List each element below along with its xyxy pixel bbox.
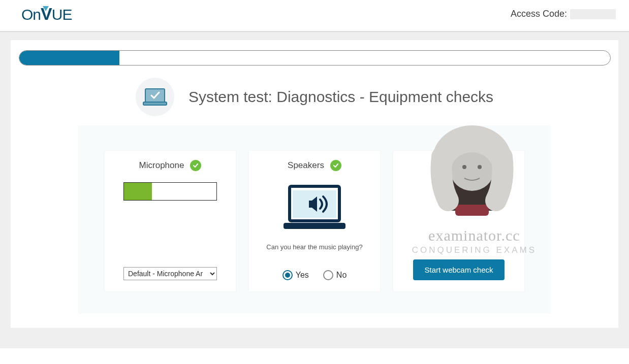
access-code-value-redacted [570, 9, 616, 19]
logo-text-ue: UE [52, 6, 72, 23]
microphone-check-icon [190, 160, 201, 171]
speakers-panel: Speakers Can you hear the musi [249, 151, 380, 291]
microphone-level-meter [123, 182, 217, 201]
webcam-panel: Webcam Start webcam check [393, 151, 524, 291]
microphone-level-fill [124, 183, 152, 200]
content-card: System test: Diagnostics - Equipment che… [11, 40, 618, 328]
logo-text-on: On [21, 6, 41, 23]
radio-unselected-icon [323, 270, 333, 280]
webcam-title: Webcam [442, 160, 476, 170]
speakers-radio-no[interactable]: No [323, 270, 347, 280]
access-code-row: Access Code: [511, 9, 616, 19]
svg-rect-1 [143, 102, 167, 105]
radio-selected-icon [282, 270, 293, 280]
speakers-question: Can you hear the music playing? [266, 243, 362, 251]
speakers-radio-group: Yes No [282, 270, 347, 280]
speakers-title: Speakers [288, 160, 324, 171]
microphone-device-select[interactable]: Default - Microphone Ar [123, 267, 217, 280]
start-webcam-check-button[interactable]: Start webcam check [413, 259, 504, 280]
progress-bar [19, 50, 611, 65]
microphone-panel: Microphone Default - Microphone Ar [105, 151, 236, 291]
onvue-logo: OnVUE [21, 4, 72, 24]
logo-triangle-icon [43, 6, 49, 11]
app-header: OnVUE Access Code: [0, 0, 629, 31]
speakers-check-icon [330, 160, 341, 171]
equipment-panels: Microphone Default - Microphone Ar Speak… [78, 125, 551, 314]
svg-rect-0 [145, 89, 165, 102]
page-background: System test: Diagnostics - Equipment che… [0, 31, 629, 348]
laptop-check-icon [136, 78, 174, 116]
access-code-label: Access Code: [511, 9, 567, 19]
title-row: System test: Diagnostics - Equipment che… [11, 78, 618, 116]
speakers-radio-yes-label: Yes [296, 271, 309, 280]
speakers-radio-yes[interactable]: Yes [282, 270, 309, 280]
svg-rect-4 [284, 223, 345, 229]
microphone-title: Microphone [139, 160, 184, 171]
speaker-laptop-icon [281, 184, 348, 233]
page-title: System test: Diagnostics - Equipment che… [188, 88, 493, 106]
progress-bar-fill [19, 51, 120, 65]
speakers-radio-no-label: No [336, 271, 347, 280]
